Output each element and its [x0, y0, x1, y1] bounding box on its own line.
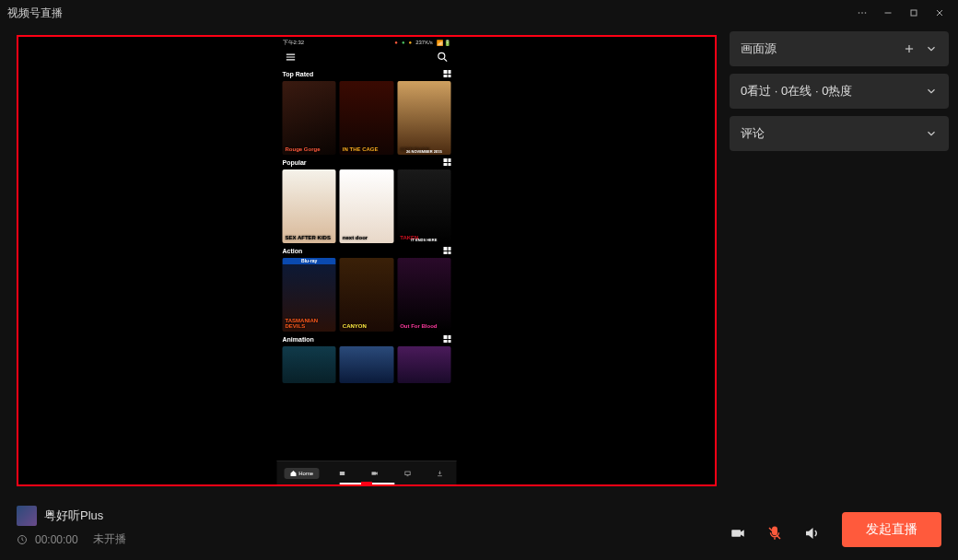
panel-comments-label: 评论	[741, 125, 765, 142]
poster[interactable]: GRIKSHAN26 NOVEMBER 2015	[397, 81, 450, 155]
svg-rect-13	[372, 472, 377, 474]
poster[interactable]	[283, 346, 336, 383]
chevron-down-icon[interactable]	[925, 85, 938, 98]
panel-source[interactable]: 画面源	[730, 31, 949, 66]
mic-muted-icon[interactable]	[761, 519, 789, 547]
nav-movies[interactable]	[333, 468, 352, 479]
panel-comments[interactable]: 评论	[730, 116, 949, 151]
section-title: Animation	[283, 336, 314, 343]
nav-home[interactable]: Home	[284, 468, 319, 479]
account-name: 粤好听Plus	[44, 508, 103, 524]
nav-download[interactable]	[431, 468, 450, 479]
poster[interactable]: next door	[340, 169, 393, 243]
chevron-down-icon[interactable]	[925, 42, 938, 55]
stream-status: 未开播	[93, 531, 126, 547]
section-title: Action	[283, 248, 303, 254]
phone-net: 237K/s	[415, 40, 433, 45]
svg-point-0	[859, 12, 860, 14]
poster[interactable]: IN THE CAGE	[340, 81, 393, 155]
preview-canvas[interactable]: 下午2:32 ●●● 237K/s 📶 🔋 Top RatedRouge Gor…	[17, 35, 717, 486]
speaker-icon[interactable]	[798, 519, 825, 547]
poster[interactable]: SEX AFTER KIDS	[283, 169, 336, 243]
svg-rect-14	[405, 472, 410, 475]
poster[interactable]: Blu-rayTASMANIAN DEVILS	[283, 258, 336, 332]
grid-icon[interactable]	[444, 247, 451, 254]
search-icon[interactable]	[437, 51, 450, 64]
chevron-down-icon[interactable]	[925, 127, 938, 140]
plus-icon[interactable]	[903, 42, 916, 55]
poster[interactable]: CANYON	[340, 258, 393, 332]
grid-icon[interactable]	[444, 70, 451, 77]
go-live-button[interactable]: 发起直播	[842, 512, 941, 547]
svg-point-2	[865, 12, 867, 14]
poster[interactable]	[340, 346, 393, 383]
panel-stats[interactable]: 0看过 · 0在线 · 0热度	[730, 74, 949, 109]
timer: 00:00:00	[35, 533, 78, 546]
maximize-icon[interactable]	[903, 2, 925, 24]
camera-toggle[interactable]	[724, 519, 752, 547]
svg-point-1	[861, 12, 863, 14]
grid-icon[interactable]	[444, 158, 451, 166]
section-title: Popular	[283, 159, 307, 166]
phone-screen: 下午2:32 ●●● 237K/s 📶 🔋 Top RatedRouge Gor…	[277, 37, 457, 484]
poster[interactable]	[397, 346, 450, 383]
minimize-icon[interactable]	[877, 2, 899, 24]
grid-icon[interactable]	[444, 335, 451, 343]
window-title: 视频号直播	[7, 6, 63, 21]
svg-rect-19	[731, 530, 741, 537]
section-title: Top Rated	[283, 71, 314, 77]
svg-line-11	[444, 59, 447, 62]
avatar[interactable]	[17, 506, 37, 526]
svg-point-10	[438, 52, 445, 59]
svg-rect-4	[911, 10, 917, 16]
svg-rect-12	[340, 472, 345, 475]
nav-video[interactable]	[366, 468, 384, 479]
panel-source-label: 画面源	[741, 41, 777, 57]
clock-icon	[17, 534, 28, 545]
phone-time: 下午2:32	[283, 39, 391, 47]
close-icon[interactable]	[929, 2, 951, 24]
hamburger-icon[interactable]	[285, 51, 298, 64]
panel-stats-label: 0看过 · 0在线 · 0热度	[741, 83, 852, 99]
more-icon[interactable]	[851, 2, 873, 24]
poster[interactable]: Out For Blood	[397, 258, 450, 332]
poster[interactable]: Rouge Gorge	[283, 81, 336, 155]
nav-tv[interactable]	[398, 468, 416, 479]
poster[interactable]: TAKENIT ENDS HERE	[397, 169, 450, 243]
